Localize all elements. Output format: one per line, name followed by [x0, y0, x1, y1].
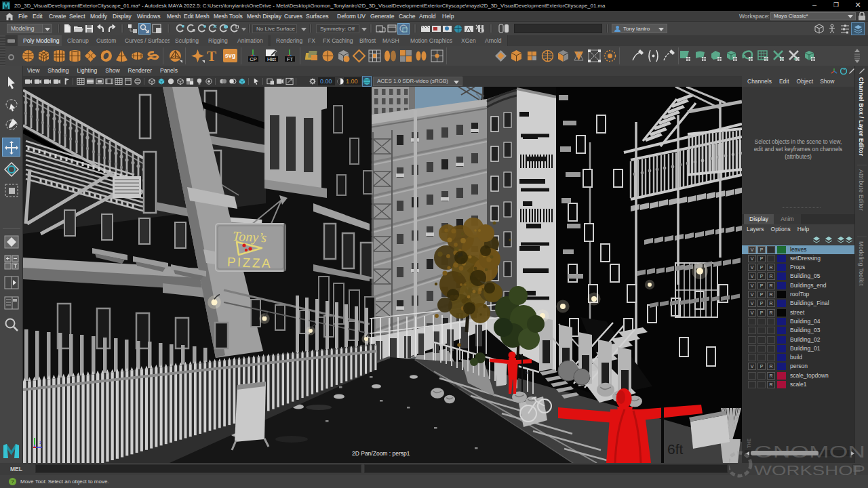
svg-text:6ft: 6ft	[525, 369, 532, 375]
svg-text:?: ?	[11, 479, 14, 485]
svg-text:Hist: Hist	[267, 56, 277, 62]
svg-text:PIZZA: PIZZA	[226, 255, 272, 270]
svg-text:CP: CP	[250, 56, 256, 62]
svg-text:FT: FT	[287, 56, 294, 62]
svg-text:6ft: 6ft	[667, 441, 684, 457]
svg-text:GNOMON: GNOMON	[754, 443, 865, 461]
svg-text:2D Pan/Zoom : persp1: 2D Pan/Zoom : persp1	[352, 450, 410, 457]
svg-text:THE: THE	[747, 439, 751, 448]
svg-text:z: z	[39, 440, 42, 445]
svg-text:WORKSHOP: WORKSHOP	[754, 463, 865, 478]
